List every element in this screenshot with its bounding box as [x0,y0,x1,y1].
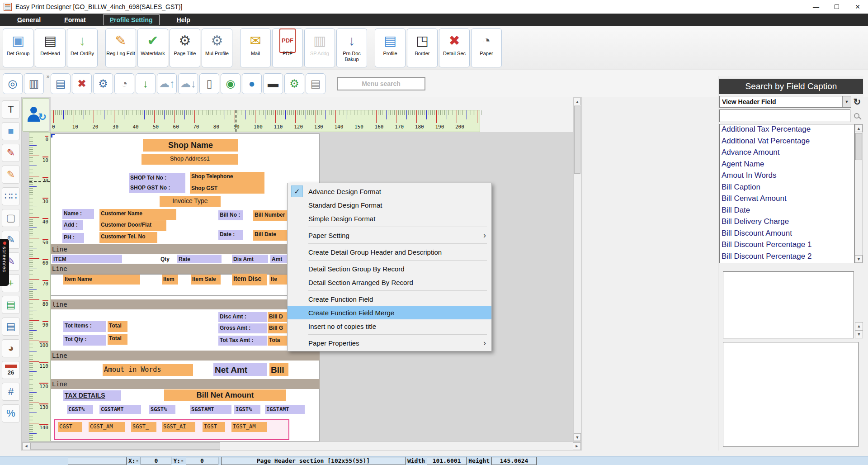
design-field[interactable]: Bill Number [253,210,288,221]
sp-addg-button[interactable]: ▥SP.Addg [304,28,335,67]
design-field[interactable]: IGST_AM [231,422,267,432]
design-field[interactable]: Net Amt [213,363,267,376]
mini-scroll-up-icon[interactable]: ▲ [855,322,863,330]
design-field[interactable]: Item Disc [232,274,267,285]
design-field[interactable]: SGST% [149,405,175,414]
profile-settings-button[interactable]: ▤ [51,73,71,94]
percent-tool-button[interactable]: % [2,404,20,422]
section-line-band[interactable]: Line [51,351,320,361]
field-search-input[interactable] [719,109,850,122]
memory-chip-button[interactable]: ▬ [263,73,283,94]
design-field[interactable]: SGST_AI [162,422,195,432]
reg-lng-edit-button[interactable]: ✎Reg.Lng Edit [105,28,136,67]
design-field[interactable]: IGSTAMT [265,405,305,414]
design-field[interactable]: Customer Tel. No [99,232,157,243]
overflow-chevron-icon[interactable]: » [45,73,51,94]
cloud-download-button[interactable]: ☁↓ [178,73,198,94]
maximize-button[interactable] [826,0,847,14]
page-title-button[interactable]: ⚙Page Title [170,28,200,67]
print-button[interactable]: ▥ [24,73,44,94]
detail-panel-tool-button[interactable]: ■ [2,122,20,140]
design-field[interactable]: Shop Name [143,139,238,152]
horizontal-scroll-thumb[interactable] [30,442,220,450]
print-copies-button[interactable]: ▤ [306,73,326,94]
pie-chart-tool-button[interactable]: ◕ [2,339,20,357]
section-line-band[interactable]: Line [51,264,320,274]
design-field[interactable]: CGST [58,422,82,432]
design-field[interactable]: Bill [269,363,288,376]
menubar-item-help[interactable]: Help [170,15,197,25]
context-menu-item-insert-no-of-copies-title[interactable]: Insert no of copies title [288,319,491,333]
print-preview-button[interactable]: ◎ [3,73,23,94]
context-menu-item-standard-design-format[interactable]: Standard Design Format [288,198,491,212]
context-menu-item-create-function-field-merge[interactable]: Create Function Field Merge [288,306,491,319]
design-field[interactable]: CGSTAMT [99,405,141,414]
menubar-item-format[interactable]: Format [58,15,92,25]
field-caption-list-item[interactable]: Advance Amount [720,147,854,159]
field-caption-list-item[interactable]: Bill Date [720,205,854,217]
det-ordby-button[interactable]: ↓Det-OrdBy [67,28,98,67]
design-field[interactable]: Date : [218,230,243,240]
context-menu-item-paper-setting[interactable]: Paper Setting› [288,228,491,242]
section-line-band[interactable]: Line [51,244,320,254]
design-field[interactable]: Amt [270,255,288,263]
list-scroll-up-icon[interactable]: ▲ [855,124,863,132]
field-type-dropdown[interactable]: View Header Field ▼ [719,96,851,108]
calendar-tool-button[interactable]: 26 [2,361,20,379]
design-field[interactable]: Ite [269,275,288,285]
design-field[interactable]: Bill D [268,312,288,322]
design-field[interactable]: Rate [177,255,222,263]
field-caption-list-item[interactable]: Bill Caption [720,182,854,194]
design-field[interactable]: Disc Amt : [218,312,267,322]
design-field[interactable]: Gross Amt : [218,323,267,333]
menubar-item-profile-setting[interactable]: Profile Setting [103,14,160,25]
print-gear-button[interactable]: ⚙ [284,73,304,94]
print-share-button[interactable]: ◉ [221,73,241,94]
design-field[interactable]: Dis Amt [232,255,268,263]
record-structure-button[interactable]: ↓ [136,73,156,94]
design-field[interactable]: Add : [62,220,83,230]
close-button[interactable]: ✕ [847,0,868,14]
minimize-button[interactable]: — [806,0,826,14]
doc-number-tool-button[interactable]: # [2,383,20,401]
design-field[interactable]: Tot Qty : [63,335,106,346]
design-field[interactable]: CGST% [67,405,93,414]
refresh-icon[interactable]: ↻ [851,96,863,108]
design-field[interactable]: ITEM [52,255,122,263]
design-field[interactable]: Qty [159,255,177,263]
globe-button[interactable]: ● [242,73,262,94]
marker-tool-button[interactable]: ✎ [2,144,20,162]
designer-user-button[interactable]: ↻ [22,98,49,132]
design-field[interactable]: CGST_AM [89,422,125,432]
list-scroll-thumb[interactable] [855,133,862,160]
blank-page-tool-button[interactable]: ▢ [2,209,20,227]
context-menu-item-detail-section-arranged-by-record[interactable]: Detail Section Arranged By Record [288,275,491,289]
cloud-upload-button[interactable]: ☁↑ [157,73,177,94]
field-caption-list-item[interactable]: Additional Vat Percentage [720,136,854,148]
pdf-button[interactable]: PDFPDF [272,28,303,67]
design-field[interactable]: Customer Name [99,209,176,220]
border-button[interactable]: ◳Border [407,28,438,67]
scroll-up-icon[interactable]: ▲ [574,98,581,105]
scroll-right-icon[interactable]: ► [573,442,581,450]
document-lines-tool-button[interactable]: ▤ [2,318,20,336]
context-menu-item-detail-section-group-by-record[interactable]: Detail Section Group By Record [288,262,491,275]
design-field[interactable]: Bill Net Amount [164,389,286,401]
detail-sec-button[interactable]: ✖Detail Sec [439,28,470,67]
field-caption-list-item[interactable]: Bill Discount Percentage 2 [720,251,854,263]
field-caption-list-item[interactable]: Amout In Words [720,171,854,182]
profile-button[interactable]: ▤Profile [375,28,406,67]
scroll-left-icon[interactable]: ◄ [22,442,30,450]
scroll-down-icon[interactable]: ▼ [574,433,581,441]
det-head-button[interactable]: ▤DetHead [35,28,66,67]
design-field[interactable]: Amout in Words [103,364,193,376]
design-field[interactable]: Item [162,275,178,285]
section-line-band[interactable]: Line [51,379,320,389]
design-field[interactable]: TAX DETAILS [63,390,121,401]
field-caption-list-item[interactable]: Agent Name [720,159,854,171]
design-field[interactable]: Customer Door/Flat [99,220,166,231]
dots-grid-tool-button[interactable]: ∷∷ [2,187,20,205]
vertical-scroll-thumb[interactable] [574,106,580,174]
design-field[interactable]: Total [108,321,127,332]
design-field[interactable]: Bill No : [218,210,243,220]
